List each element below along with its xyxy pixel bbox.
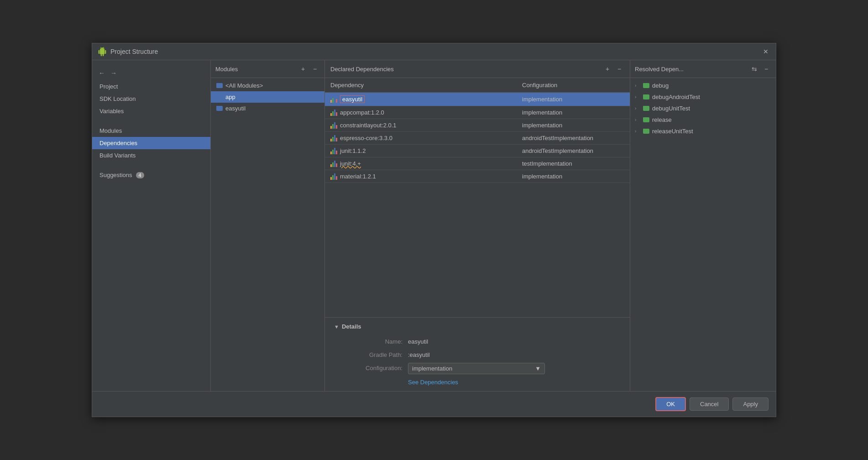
close-button[interactable]: ✕ [761, 47, 770, 56]
modules-list: <All Modules> app easyutil [211, 78, 324, 391]
details-title-row: ▼ Details [334, 323, 621, 330]
apply-button[interactable]: Apply [732, 397, 769, 411]
modules-add-button[interactable]: + [298, 64, 308, 74]
title-bar: Project Structure ✕ [92, 43, 776, 60]
folder-icon [643, 117, 649, 122]
module-item-all-modules[interactable]: <All Modules> [211, 80, 324, 91]
dep-cell: constraintlayout:2.0.1 [325, 119, 517, 131]
details-collapse-icon[interactable]: ▼ [334, 324, 339, 329]
module-label: <All Modules> [225, 82, 263, 89]
suggestions-label: Suggestions [99, 172, 132, 178]
conf-cell: implementation [517, 119, 630, 131]
dep-cell: easyutil [325, 93, 517, 106]
details-name-value: easyutil [408, 336, 621, 345]
declared-deps-panel: Declared Dependencies + − Dependency Con… [325, 60, 630, 317]
conf-cell: androidTestImplementation [517, 145, 630, 157]
conf-cell: implementation [517, 93, 630, 105]
resolved-deps-toolbar: ⇆ − [749, 64, 771, 74]
cancel-button[interactable]: Cancel [690, 397, 729, 411]
conf-col-header: Configuration [517, 80, 630, 90]
dep-name-highlighted: easyutil [340, 95, 365, 103]
sidebar-item-dependencies[interactable]: Dependencies [92, 137, 210, 149]
android-icon [98, 47, 107, 56]
resolved-deps-minimize-button[interactable]: − [761, 64, 771, 74]
folder-icon [643, 83, 649, 88]
sidebar-item-build-variants[interactable]: Build Variants [92, 149, 210, 162]
deps-add-button[interactable]: + [602, 64, 612, 74]
dep-name: material:1.2.1 [340, 173, 376, 180]
see-dependencies-link[interactable]: See Dependencies [408, 379, 621, 386]
resolved-deps-panel: Resolved Depen... ⇆ − › debug › debugAnd… [630, 60, 776, 391]
conf-cell: implementation [517, 170, 630, 183]
dep-bar-icon [330, 161, 337, 167]
declared-deps-header: Declared Dependencies + − [325, 60, 630, 78]
table-row[interactable]: junit:1.1.2 androidTestImplementation [325, 145, 630, 157]
details-configuration-dropdown[interactable]: implementation ▼ [408, 363, 545, 374]
resolved-deps-expand-button[interactable]: ⇆ [749, 64, 759, 74]
list-item[interactable]: › release [630, 114, 776, 125]
project-structure-dialog: Project Structure ✕ ← → Project SDK Loca… [92, 43, 776, 417]
sidebar: ← → Project SDK Location Variables Modul… [92, 60, 211, 391]
chevron-right-icon: › [635, 106, 640, 111]
dep-name: junit:4.+ [340, 160, 361, 167]
folder-icon [643, 106, 649, 111]
dep-cell: junit:4.+ [325, 157, 517, 170]
sidebar-item-project[interactable]: Project [92, 80, 210, 93]
dep-cell: junit:1.1.2 [325, 145, 517, 157]
ok-button[interactable]: OK [655, 397, 686, 411]
sidebar-item-modules[interactable]: Modules [92, 125, 210, 137]
main-content: Declared Dependencies + − Dependency Con… [325, 60, 630, 391]
list-item[interactable]: › debugAndroidTest [630, 91, 776, 103]
table-row[interactable]: appcompat:1.2.0 implementation [325, 106, 630, 119]
deps-remove-button[interactable]: − [614, 64, 624, 74]
resolved-item-label: debugAndroidTest [652, 94, 700, 100]
module-item-easyutil[interactable]: easyutil [211, 103, 324, 114]
table-row[interactable]: material:1.2.1 implementation [325, 170, 630, 183]
dep-bar-icon [330, 110, 337, 116]
back-button[interactable]: ← [97, 68, 107, 78]
chevron-right-icon: › [635, 129, 640, 134]
dep-bar-icon [330, 135, 337, 141]
details-gradle-path-label: Gradle Path: [343, 350, 403, 358]
bottom-bar: OK Cancel Apply [92, 391, 776, 417]
conf-cell: androidTestImplementation [517, 132, 630, 144]
chevron-right-icon: › [635, 117, 640, 122]
deps-table-header: Dependency Configuration [325, 78, 630, 93]
resolved-item-label: debug [652, 82, 669, 89]
folder-icon [216, 94, 223, 99]
dep-bar-icon [330, 173, 337, 180]
table-row[interactable]: constraintlayout:2.0.1 implementation [325, 119, 630, 132]
folder-icon [216, 83, 223, 88]
dep-name: junit:1.1.2 [340, 147, 366, 154]
configuration-dropdown-value: implementation [412, 365, 452, 372]
list-item[interactable]: › debugUnitTest [630, 103, 776, 114]
suggestions-badge: 4 [136, 172, 144, 178]
table-row[interactable]: junit:4.+ testImplementation [325, 157, 630, 170]
dep-name: espresso-core:3.3.0 [340, 135, 392, 141]
modules-panel: Modules + − <All Modules> app easyutil [211, 60, 325, 391]
folder-icon [216, 106, 223, 111]
table-row[interactable]: easyutil implementation [325, 93, 630, 106]
table-row[interactable]: espresso-core:3.3.0 androidTestImplement… [325, 132, 630, 145]
modules-panel-title: Modules [215, 66, 238, 73]
list-item[interactable]: › debug [630, 80, 776, 91]
sidebar-item-suggestions[interactable]: Suggestions 4 [92, 169, 210, 181]
sidebar-item-sdk-location[interactable]: SDK Location [92, 93, 210, 105]
modules-remove-button[interactable]: − [310, 64, 320, 74]
dialog-title: Project Structure [110, 48, 761, 55]
chevron-right-icon: › [635, 83, 640, 88]
module-item-app[interactable]: app [211, 91, 324, 103]
forward-button[interactable]: → [109, 68, 119, 78]
details-title: Details [342, 323, 361, 330]
details-see-deps-label-spacer [343, 379, 403, 386]
dep-cell: espresso-core:3.3.0 [325, 132, 517, 144]
deps-table: Dependency Configuration easyutil implem… [325, 78, 630, 317]
dep-bar-icon [330, 148, 337, 154]
module-label: app [225, 94, 235, 100]
sidebar-item-variables[interactable]: Variables [92, 105, 210, 117]
content-area: ← → Project SDK Location Variables Modul… [92, 60, 776, 391]
folder-icon [643, 94, 649, 99]
dropdown-chevron-icon: ▼ [535, 365, 541, 372]
dep-bar-icon [330, 122, 337, 129]
list-item[interactable]: › releaseUnitTest [630, 125, 776, 137]
